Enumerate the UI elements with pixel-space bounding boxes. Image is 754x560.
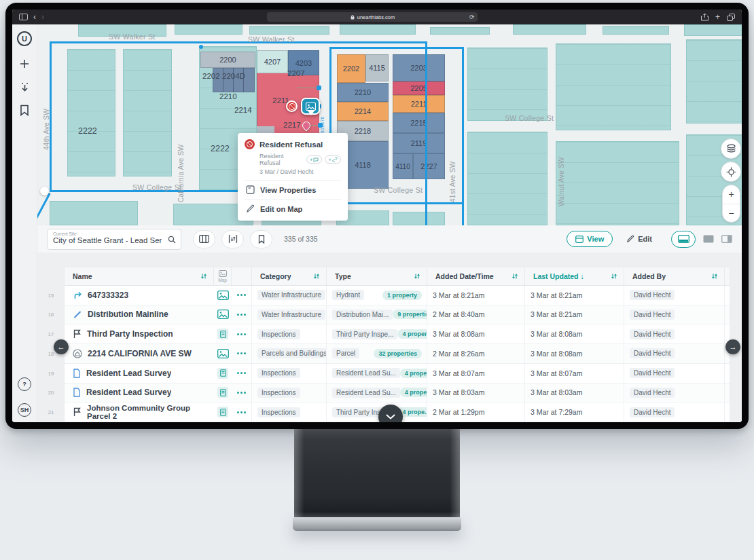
layout-split-vertical-button[interactable] [721,235,732,243]
street-label: SW College St [505,114,554,122]
view-button[interactable]: View [567,231,613,247]
reload-icon[interactable]: ⟳ [469,14,475,20]
table-view-button[interactable] [193,230,215,248]
zoom-out-button[interactable]: − [723,204,740,223]
add-link-button[interactable]: + [325,155,341,164]
table-row[interactable]: Resident Lead Survey Inspections Residen… [65,384,730,403]
parcel-2200[interactable]: 2200 [200,52,255,68]
leader-node[interactable] [318,123,323,128]
unearth-logo[interactable]: U [17,31,32,46]
row-map-button[interactable] [214,286,232,305]
table-header: Name Map Category Type Added Date/Time [65,267,730,286]
parcel-feature-icon [73,349,82,358]
row-form-button[interactable] [214,384,232,403]
layout-split-horizontal-button[interactable] [671,231,696,248]
parcel-4207[interactable]: 4207 [257,50,288,73]
header-name[interactable]: Name [65,267,214,285]
share-icon[interactable] [701,13,708,21]
map-canvas[interactable]: 2222 2200 2202 2204D 2210 2214 2222 4207… [37,24,742,225]
header-last-updated[interactable]: Last Updated ↓ [525,267,624,285]
popup-title: Resident Refusal [259,141,323,149]
address-bar[interactable]: unearthlabs.com ⟳ [267,12,478,22]
added-date: 2 Mar at 8:40am [427,305,525,324]
table-row[interactable]: Third Party Inspection Inspections Third… [65,324,730,344]
row-actions-button[interactable] [232,384,252,403]
layout-full-button[interactable] [703,235,714,243]
row-actions-button[interactable] [232,403,252,422]
download-icon[interactable] [20,81,30,92]
row-name[interactable]: 2214 CALIFORNIA AVE SW [88,349,192,358]
search-icon[interactable] [168,236,176,244]
row-name[interactable]: Distribution Mainline [88,310,168,319]
user-avatar[interactable]: SH [18,403,31,417]
sort-fields-button[interactable] [221,230,244,248]
row-actions-button[interactable] [232,324,252,343]
layers-icon [726,144,736,153]
map-node[interactable] [199,45,203,49]
bookmark-icon[interactable] [20,105,29,116]
locate-button[interactable] [721,162,741,182]
row-name[interactable]: Johnson Community Group Parcel 2 [87,404,214,420]
row-form-button[interactable] [214,403,232,422]
back-button[interactable]: ‹ [33,13,36,21]
row-map-button[interactable] [214,305,232,324]
header-added-by[interactable]: Added By [624,267,725,285]
sort-icon[interactable] [414,273,420,280]
header-type[interactable]: Type [327,267,427,285]
sort-icon[interactable] [711,273,718,280]
row-actions-button[interactable] [232,344,252,363]
leader-node[interactable] [317,86,321,90]
header-added-date[interactable]: Added Date/Time [427,267,525,285]
photo-map-icon [217,291,229,300]
sort-icon[interactable] [313,273,320,280]
table-row[interactable]: Resident Lead Survey Inspections Residen… [65,364,730,384]
sort-icon[interactable] [200,273,207,280]
header-category[interactable]: Category [252,267,327,285]
table-row[interactable]: 2214 CALIFORNIA AVE SW Parcels and Build… [65,344,730,364]
row-form-button[interactable] [214,364,232,383]
new-tab-button[interactable]: + [715,13,720,21]
sidebar-toggle-icon[interactable] [19,14,28,20]
monitor-base [293,517,461,531]
row-actions-button[interactable] [232,286,252,305]
zoom-in-button[interactable]: + [723,185,740,204]
layers-button[interactable] [721,138,741,159]
row-actions-button[interactable] [232,364,252,383]
view-properties-button[interactable]: View Properties [245,180,341,199]
added-date: 2 Mar at 1:29pm [427,403,525,422]
forward-button[interactable]: › [41,13,44,21]
row-form-button[interactable] [214,324,232,343]
updated-date: 3 Mar at 7:29am [525,403,624,422]
split-horizontal-icon [678,235,689,243]
browser-toolbar: ‹ › unearthlabs.com ⟳ + [12,10,742,24]
boundary-vertex[interactable] [40,187,49,195]
edit-button[interactable]: Edit [621,231,658,247]
edit-on-map-button[interactable]: Edit on Map [245,199,341,218]
row-actions-button[interactable] [232,305,252,324]
monitor-frame: ‹ › unearthlabs.com ⟳ + U ? SH [5,3,749,429]
added-date: 3 Mar at 8:07am [427,364,525,383]
street-label: SW College St [374,186,423,194]
scroll-right-button[interactable]: → [725,339,740,354]
add-icon[interactable] [19,58,30,69]
add-comment-button[interactable]: + [306,155,323,164]
category-pill: Water Infrastructure [257,290,325,300]
sort-icon[interactable] [611,273,617,280]
row-name[interactable]: Resident Lead Survey [86,388,171,397]
table-row[interactable]: 647333323 Water Infrastructure Hydrant1 … [65,286,730,305]
resident-refusal-marker[interactable] [286,100,298,112]
bookmarks-button[interactable] [250,230,272,248]
tab-overview-icon[interactable] [727,14,735,21]
sort-icon[interactable] [511,273,518,280]
row-name[interactable]: Resident Lead Survey [86,369,171,378]
current-site-field[interactable]: Current Site City of Seattle Grant - Lea… [47,229,181,250]
row-name[interactable]: Third Party Inspection [87,329,173,339]
photo-marker-selected[interactable] [301,98,320,115]
row-map-button[interactable] [214,344,232,363]
row-number: 15 [37,286,65,305]
row-name[interactable]: 647333323 [88,291,128,300]
table-zone: 15 16 17 18 19 20 21 Name Map [37,253,742,422]
help-button[interactable]: ? [18,377,31,391]
scroll-left-button[interactable]: ← [54,339,69,354]
table-row[interactable]: Distribution Mainline Water Infrastructu… [65,305,730,325]
